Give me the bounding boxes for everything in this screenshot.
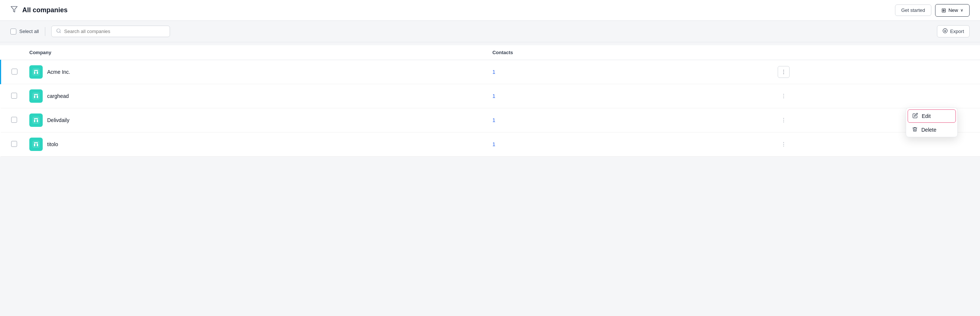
get-started-button[interactable]: Get started bbox=[895, 5, 931, 16]
svg-rect-28 bbox=[34, 143, 38, 143]
svg-point-30 bbox=[783, 144, 784, 145]
edit-label: Edit bbox=[922, 113, 931, 119]
delete-icon bbox=[912, 127, 918, 133]
toolbar-left: Select all bbox=[10, 25, 170, 37]
more-options-button[interactable] bbox=[778, 116, 789, 125]
context-menu-delete[interactable]: Delete bbox=[906, 124, 957, 137]
company-name: Delivdaily bbox=[47, 117, 69, 123]
svg-point-29 bbox=[783, 142, 784, 143]
svg-rect-20 bbox=[37, 119, 38, 122]
svg-rect-11 bbox=[33, 93, 39, 99]
contacts-cell: 1 bbox=[486, 60, 772, 84]
svg-point-9 bbox=[783, 71, 784, 72]
svg-rect-18 bbox=[33, 117, 39, 124]
contacts-cell: 1 bbox=[486, 84, 772, 108]
svg-line-2 bbox=[59, 32, 60, 33]
contacts-cell: 1 bbox=[486, 108, 772, 132]
company-icon bbox=[29, 138, 43, 151]
contacts-count[interactable]: 1 bbox=[492, 141, 495, 147]
header-contacts: Contacts bbox=[486, 45, 772, 60]
row-checkbox-cell bbox=[1, 108, 24, 132]
svg-point-8 bbox=[783, 70, 784, 70]
svg-rect-25 bbox=[33, 141, 39, 148]
svg-rect-7 bbox=[34, 70, 38, 71]
company-icon bbox=[29, 89, 43, 103]
table-header: Company Contacts bbox=[1, 45, 980, 60]
svg-marker-0 bbox=[11, 7, 18, 12]
table-row: carghead 1 bbox=[1, 84, 980, 108]
table-row: titolo 1 bbox=[1, 132, 980, 157]
contacts-count[interactable]: 1 bbox=[492, 69, 495, 75]
select-all-label: Select all bbox=[19, 29, 39, 34]
table-body: Acme Inc. 1 carghead 1 Delivdaily 1 tito… bbox=[1, 60, 980, 157]
header: All companies Get started ⊞ New ∨ bbox=[0, 0, 980, 21]
svg-point-24 bbox=[783, 122, 784, 122]
contacts-count[interactable]: 1 bbox=[492, 117, 495, 123]
row-checkbox[interactable] bbox=[11, 68, 18, 75]
plus-icon: ⊞ bbox=[942, 7, 946, 14]
svg-point-15 bbox=[783, 94, 784, 95]
toolbar: Select all Export bbox=[0, 21, 980, 42]
select-all-checkbox[interactable] bbox=[10, 29, 16, 35]
company-icon bbox=[29, 113, 43, 127]
more-options-button[interactable] bbox=[778, 92, 789, 100]
header-left: All companies bbox=[10, 6, 68, 15]
row-checkbox-cell bbox=[1, 132, 24, 157]
row-checkbox[interactable] bbox=[11, 141, 17, 147]
export-button[interactable]: Export bbox=[937, 25, 970, 38]
svg-rect-13 bbox=[37, 95, 38, 98]
row-checkbox-cell bbox=[1, 60, 24, 84]
svg-rect-5 bbox=[34, 71, 36, 74]
svg-point-17 bbox=[783, 98, 784, 98]
row-checkbox-cell bbox=[1, 84, 24, 108]
svg-rect-6 bbox=[37, 71, 38, 74]
header-row: Company Contacts bbox=[1, 45, 980, 60]
export-label: Export bbox=[950, 29, 964, 34]
company-cell-inner: titolo bbox=[29, 138, 480, 151]
more-options-button[interactable] bbox=[778, 66, 789, 78]
company-cell: carghead bbox=[23, 84, 486, 108]
delete-label: Delete bbox=[921, 127, 936, 133]
chevron-down-icon: ∨ bbox=[960, 8, 963, 13]
company-name: titolo bbox=[47, 141, 58, 147]
new-button[interactable]: ⊞ New ∨ bbox=[935, 4, 970, 17]
svg-rect-14 bbox=[34, 94, 38, 95]
export-icon bbox=[942, 28, 948, 35]
company-cell: Acme Inc. bbox=[23, 60, 486, 84]
svg-point-31 bbox=[783, 146, 784, 146]
svg-rect-19 bbox=[34, 119, 36, 122]
company-cell-inner: Acme Inc. bbox=[29, 65, 480, 79]
company-name: carghead bbox=[47, 93, 69, 99]
filter-icon[interactable] bbox=[10, 6, 18, 15]
more-options-button[interactable] bbox=[778, 140, 789, 149]
page-title: All companies bbox=[22, 6, 68, 14]
header-company: Company bbox=[23, 45, 486, 60]
svg-point-23 bbox=[783, 120, 784, 121]
table-row: Delivdaily 1 bbox=[1, 108, 980, 132]
header-checkbox-col bbox=[1, 45, 24, 60]
companies-table: Company Contacts Acme Inc. 1 carghead 1 … bbox=[0, 45, 980, 157]
vertical-divider bbox=[45, 27, 45, 36]
svg-rect-4 bbox=[33, 69, 39, 75]
search-input[interactable] bbox=[64, 29, 165, 34]
edit-icon bbox=[912, 113, 918, 119]
new-button-label: New bbox=[948, 8, 958, 13]
company-name: Acme Inc. bbox=[47, 69, 70, 75]
context-menu-edit[interactable]: Edit bbox=[908, 110, 956, 123]
row-checkbox[interactable] bbox=[11, 93, 17, 98]
actions-cell bbox=[772, 60, 980, 84]
svg-point-16 bbox=[783, 96, 784, 97]
svg-rect-12 bbox=[34, 95, 36, 98]
svg-point-10 bbox=[783, 73, 784, 74]
actions-cell bbox=[772, 84, 980, 108]
row-checkbox[interactable] bbox=[11, 117, 17, 123]
contacts-count[interactable]: 1 bbox=[492, 93, 495, 99]
context-menu: Edit Delete bbox=[906, 108, 958, 137]
company-cell: Delivdaily bbox=[23, 108, 486, 132]
contacts-cell: 1 bbox=[486, 132, 772, 157]
search-wrapper bbox=[51, 25, 170, 37]
header-actions bbox=[772, 45, 980, 60]
company-cell-inner: Delivdaily bbox=[29, 113, 480, 127]
svg-point-22 bbox=[783, 118, 784, 119]
table-container: Company Contacts Acme Inc. 1 carghead 1 … bbox=[0, 45, 980, 157]
